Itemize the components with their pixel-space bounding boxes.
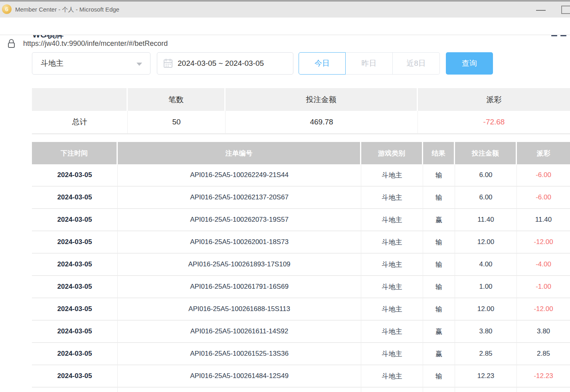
payout-cell: -6.00 <box>517 187 570 208</box>
result-cell: 赢 <box>423 343 455 364</box>
result-cell: 赢 <box>423 321 455 342</box>
summary-total-row: 总计 50 469.78 -72.68 <box>32 111 570 133</box>
quick-date-button-group: 今日 昨日 近8日 <box>299 52 440 75</box>
payout-cell: -12.00 <box>517 231 570 253</box>
game-type-cell: 斗地主 <box>361 321 423 342</box>
search-button[interactable]: 查询 <box>446 52 493 75</box>
quick-filter-today-button[interactable]: 今日 <box>299 52 346 75</box>
window-title: Member Center - 个人 - Microsoft Edge <box>15 2 119 18</box>
game-type-cell: 斗地主 <box>361 365 423 387</box>
table-row: 2024-03-05 API016-25A5-100261791-16S69 斗… <box>32 276 570 298</box>
table-row: 2024-03-05 API016-25A5-100261893-17S109 … <box>32 254 570 276</box>
bet-amount-cell: 11.40 <box>455 209 517 230</box>
order-id-cell: API016-25A5-100261893-17S109 <box>118 254 361 275</box>
order-id-cell: API016-25A5-100261688-15S113 <box>118 298 361 320</box>
game-type-cell: 斗地主 <box>361 231 423 253</box>
game-type-cell: 斗地主 <box>361 254 423 275</box>
header-bet-time: 下注时间 <box>32 142 118 164</box>
bet-amount-cell: 6.00 <box>455 164 517 186</box>
table-row: 2024-03-05 API016-25A5-100261611-14S92 斗… <box>32 321 570 343</box>
address-bar[interactable]: https://jw40.tv:9900/infe/mcenter/#/betR… <box>0 18 570 35</box>
quick-filter-last8days-button[interactable]: 近8日 <box>393 52 440 75</box>
quick-filter-yesterday-button[interactable]: 昨日 <box>346 52 393 75</box>
order-id-cell: API016-25A5-100261525-13S36 <box>118 343 361 364</box>
table-row: 2024-03-05 API016-25A5-100262137-20S67 斗… <box>32 187 570 209</box>
bet-amount-cell: 6.00 <box>455 187 517 208</box>
bet-amount-cell: 12.00 <box>455 298 517 320</box>
header-result: 结果 <box>423 142 455 164</box>
table-row: 2024-03-05 API016-25A5-100262073-19S57 斗… <box>32 209 570 231</box>
order-id-cell: API016-25A5-100261484-12S49 <box>118 365 361 387</box>
summary-total-label: 总计 <box>32 111 128 133</box>
browser-chrome: 6 Member Center - 个人 - Microsoft Edge ht… <box>0 0 570 35</box>
table-row-partial <box>32 388 570 392</box>
game-type-cell: 斗地主 <box>361 164 423 186</box>
calendar-icon <box>163 58 173 69</box>
table-header-row: 下注时间 注单编号 游戏类别 结果 投注金额 派彩 <box>32 142 570 164</box>
summary-header-payout: 派彩 <box>418 88 570 111</box>
order-id-cell: API016-25A5-100262249-21S44 <box>118 164 361 186</box>
bet-time-cell: 2024-03-05 <box>32 321 118 342</box>
result-cell: 输 <box>423 298 455 320</box>
summary-header-bet-amount: 投注金额 <box>226 88 418 111</box>
bet-time-cell: 2024-03-05 <box>32 209 118 230</box>
payout-cell: -6.00 <box>517 164 570 186</box>
bet-time-cell: 2024-03-05 <box>32 276 118 297</box>
payout-cell: 3.80 <box>517 321 570 342</box>
game-type-cell: 斗地主 <box>361 209 423 230</box>
game-type-select-value: 斗地主 <box>41 59 63 67</box>
payout-cell: -12.23 <box>517 365 570 387</box>
order-id-cell: API016-25A5-100262001-18S73 <box>118 231 361 253</box>
bet-time-cell: 2024-03-05 <box>32 298 118 320</box>
result-cell: 输 <box>423 187 455 208</box>
result-cell: 输 <box>423 231 455 253</box>
order-id-cell: API016-25A5-100262137-20S67 <box>118 187 361 208</box>
bet-time-cell: 2024-03-05 <box>32 231 118 253</box>
summary-table: 笔数 投注金额 派彩 总计 50 469.78 -72.68 <box>32 88 570 134</box>
bet-amount-cell: 3.80 <box>455 321 517 342</box>
clipped-page-icon <box>551 35 557 36</box>
payout-cell: 2.85 <box>517 343 570 364</box>
result-cell: 赢 <box>423 209 455 230</box>
game-type-select[interactable]: 斗地主 <box>32 52 150 75</box>
result-cell: 输 <box>423 164 455 186</box>
url-text[interactable]: https://jw40.tv:9900/infe/mcenter/#/betR… <box>23 35 168 52</box>
result-cell: 输 <box>423 276 455 297</box>
payout-cell: -1.00 <box>517 276 570 297</box>
date-range-value: 2024-03-05 ~ 2024-03-05 <box>178 59 264 68</box>
date-range-input[interactable]: 2024-03-05 ~ 2024-03-05 <box>157 52 293 75</box>
bet-time-cell: 2024-03-05 <box>32 254 118 275</box>
bet-amount-cell: 4.00 <box>455 254 517 275</box>
game-type-cell: 斗地主 <box>361 276 423 297</box>
bet-amount-cell: 12.00 <box>455 231 517 253</box>
summary-payout-value: -72.68 <box>418 111 570 133</box>
table-row: 2024-03-05 API016-25A5-100262249-21S44 斗… <box>32 164 570 187</box>
summary-count-value: 50 <box>128 111 226 133</box>
header-payout: 派彩 <box>517 142 570 164</box>
payout-cell: -12.00 <box>517 298 570 320</box>
clipped-page-icon <box>560 35 566 36</box>
table-row: 2024-03-05 API016-25A5-100261525-13S36 斗… <box>32 343 570 365</box>
minimize-button[interactable] <box>536 10 546 11</box>
table-row: 2024-03-05 API016-25A5-100261484-12S49 斗… <box>32 365 570 388</box>
maximize-button[interactable] <box>561 6 570 14</box>
game-type-cell: 斗地主 <box>361 343 423 364</box>
summary-header-count: 笔数 <box>128 88 226 111</box>
bet-time-cell: 2024-03-05 <box>32 343 118 364</box>
payout-cell: -4.00 <box>517 254 570 275</box>
header-bet-amount: 投注金额 <box>455 142 517 164</box>
lock-icon[interactable] <box>8 39 15 49</box>
bet-amount-cell: 1.00 <box>455 276 517 297</box>
game-type-cell: 斗地主 <box>361 187 423 208</box>
table-row: 2024-03-05 API016-25A5-100262001-18S73 斗… <box>32 231 570 254</box>
window-titlebar: 6 Member Center - 个人 - Microsoft Edge <box>0 2 570 18</box>
payout-cell: 11.40 <box>517 209 570 230</box>
header-order-id: 注单编号 <box>118 142 361 164</box>
summary-bet-amount-value: 469.78 <box>226 111 418 133</box>
bet-records-table: 下注时间 注单编号 游戏类别 结果 投注金额 派彩 2024-03-05 API… <box>32 142 570 392</box>
site-favicon-icon: 6 <box>2 4 12 14</box>
header-game-type: 游戏类别 <box>361 142 423 164</box>
order-id-cell: API016-25A5-100262073-19S57 <box>118 209 361 230</box>
game-type-cell: 斗地主 <box>361 298 423 320</box>
result-cell: 输 <box>423 254 455 275</box>
